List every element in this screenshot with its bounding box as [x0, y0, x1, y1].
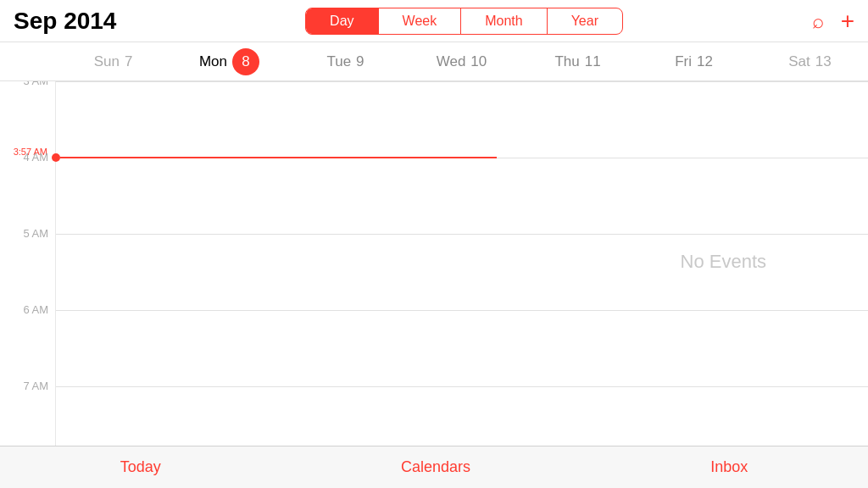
day-num-sun: 7: [125, 53, 132, 70]
today-badge: 8: [232, 48, 259, 75]
tabs-group: Day Week Month Year: [305, 8, 623, 35]
day-name-sat: Sat: [788, 53, 810, 70]
hour-line-5: [56, 386, 868, 446]
time-label-4am: 4 AM: [23, 151, 48, 164]
day-num-tue: 9: [356, 53, 364, 70]
current-time-indicator: [56, 153, 497, 162]
day-header-wed[interactable]: Wed 10: [403, 42, 520, 80]
time-label-6am: 6 AM: [23, 303, 48, 316]
day-header-thu[interactable]: Thu 11: [520, 42, 636, 80]
day-name-tue: Tue: [326, 53, 351, 70]
title-month: Sep: [14, 8, 57, 34]
bottom-tab-bar: Today Calendars Inbox: [0, 446, 868, 488]
calendar-body: 3:57 AM 3 AM 4 AM 5 AM 6 AM 7 AM: [0, 81, 868, 446]
day-name-wed: Wed: [437, 53, 466, 70]
time-slot-3am: 3 AM: [0, 81, 55, 158]
app-header: Sep 2014 Day Week Month Year ⌕ +: [0, 0, 868, 42]
day-header-sat[interactable]: Sat 13: [752, 42, 868, 80]
day-header-fri[interactable]: Fri 12: [636, 42, 752, 80]
day-header-tue[interactable]: Tue 9: [287, 42, 403, 80]
app-title: Sep 2014: [14, 8, 116, 35]
tab-day[interactable]: Day: [306, 8, 377, 34]
time-label-5am: 5 AM: [23, 227, 48, 240]
tabbar-inbox[interactable]: Inbox: [710, 458, 748, 476]
day-name-thu: Thu: [554, 53, 579, 70]
current-time-bar: [60, 157, 497, 158]
time-column: 3:57 AM 3 AM 4 AM 5 AM 6 AM 7 AM: [0, 81, 55, 446]
time-gutter-header: [0, 42, 55, 80]
day-name-sun: Sun: [94, 53, 120, 70]
time-label-3am: 3 AM: [23, 81, 48, 87]
time-label-7am: 7 AM: [23, 380, 48, 392]
day-num-sat: 13: [815, 53, 832, 70]
events-area: No Events: [55, 81, 868, 446]
hour-line-2: [56, 158, 868, 234]
day-headers: Sun 7 Mon 8 Tue 9 Wed 10 Thu 11 Fri 12: [0, 42, 868, 81]
day-num-thu: 11: [585, 53, 601, 70]
time-slot-6am: 6 AM: [0, 310, 55, 386]
day-num-fri: 12: [697, 53, 713, 70]
header-actions: ⌕ +: [812, 8, 854, 35]
hour-line-1: [56, 81, 868, 158]
current-time-dot: [52, 153, 60, 162]
tab-year[interactable]: Year: [547, 8, 622, 34]
day-cols: Sun 7 Mon 8 Tue 9 Wed 10 Thu 11 Fri 12: [55, 42, 868, 80]
tab-week[interactable]: Week: [378, 8, 461, 34]
tabbar-calendars[interactable]: Calendars: [401, 458, 470, 476]
hour-line-4: [56, 310, 868, 386]
day-name-fri: Fri: [675, 53, 692, 70]
day-num-wed: 10: [470, 53, 487, 70]
time-slot-4am: 4 AM: [0, 158, 55, 234]
view-tabs: Day Week Month Year: [116, 8, 811, 35]
day-name-mon: Mon: [199, 53, 227, 70]
tabbar-today[interactable]: Today: [120, 458, 161, 476]
search-icon[interactable]: ⌕: [812, 9, 824, 33]
time-slot-5am: 5 AM: [0, 234, 55, 310]
day-header-mon[interactable]: Mon 8: [171, 42, 287, 80]
add-icon[interactable]: +: [841, 8, 854, 35]
tab-month[interactable]: Month: [460, 8, 546, 34]
no-events-text: No Events: [681, 251, 767, 273]
time-slot-7am: 7 AM: [0, 386, 55, 446]
title-year: 2014: [64, 8, 116, 34]
day-header-sun[interactable]: Sun 7: [55, 42, 171, 80]
